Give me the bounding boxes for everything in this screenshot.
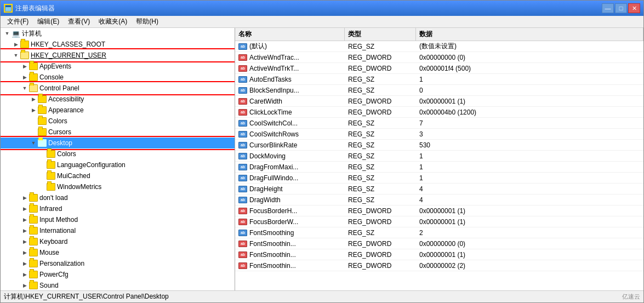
table-row[interactable]: ab (默认) REG_SZ (数值未设置): [235, 41, 643, 52]
table-row[interactable]: ab CaretWidth REG_DWORD 0x00000001 (1): [235, 96, 643, 107]
expand-icon-mouse[interactable]: ▶: [20, 248, 29, 257]
close-button[interactable]: ✕: [628, 3, 640, 13]
table-row[interactable]: ab FontSmoothing REG_SZ 2: [235, 227, 643, 238]
col-header-data[interactable]: 数据: [416, 28, 643, 41]
tree-item-accessibility[interactable]: ▶ Accessibility: [1, 94, 235, 105]
tree-label-colors-cp: Colors: [48, 117, 67, 125]
cell-type: REG_DWORD: [345, 98, 416, 105]
menu-file[interactable]: 文件(F): [3, 16, 33, 27]
expand-icon-international[interactable]: ▶: [20, 226, 29, 235]
tree-item-langconfig[interactable]: LanguageConfiguration: [1, 159, 235, 170]
table-row[interactable]: ab FontSmoothin... REG_DWORD 0x00000002 …: [235, 260, 643, 271]
tree-item-sound[interactable]: ▶ Sound: [1, 280, 235, 290]
tree-item-international[interactable]: ▶ International: [1, 225, 235, 236]
expand-icon-dontload[interactable]: ▶: [20, 193, 29, 202]
cell-name: ab DragFullWindo...: [235, 174, 345, 182]
tree-item-personalization[interactable]: ▶ Personalization: [1, 258, 235, 269]
tree-item-windowmetrics[interactable]: WindowMetrics: [1, 181, 235, 192]
cell-name: ab DragHeight: [235, 185, 345, 193]
expand-icon-keyboard[interactable]: ▶: [20, 237, 29, 246]
expand-icon-sound[interactable]: ▶: [20, 281, 29, 290]
cell-data: 1: [416, 76, 643, 83]
menu-help[interactable]: 帮助(H): [132, 16, 163, 27]
tree-item-hkcu[interactable]: ▼ HKEY_CURRENT_USER: [1, 50, 235, 61]
folder-icon-cursors: [38, 128, 47, 136]
cell-data: 4: [416, 185, 643, 193]
table-row[interactable]: ab BlockSendInpu... REG_SZ 0: [235, 85, 643, 96]
table-row[interactable]: ab FocusBorderW... REG_DWORD 0x00000001 …: [235, 216, 643, 227]
sz-icon: ab: [238, 197, 247, 203]
minimize-button[interactable]: —: [602, 3, 614, 13]
table-row[interactable]: ab AutoEndTasks REG_SZ 1: [235, 74, 643, 85]
tree-item-controlpanel[interactable]: ▼ Control Panel: [1, 83, 235, 94]
expand-icon-personalization[interactable]: ▶: [20, 259, 29, 268]
cell-name: ab CursorBlinkRate: [235, 141, 345, 149]
dword-icon: ab: [238, 208, 247, 214]
sz-icon: ab: [238, 120, 247, 127]
expand-icon-computer[interactable]: ▼: [3, 29, 12, 38]
expand-icon-infrared[interactable]: ▶: [20, 204, 29, 213]
expand-icon-console[interactable]: ▶: [20, 73, 29, 82]
table-row[interactable]: ab DragHeight REG_SZ 4: [235, 184, 643, 195]
tree-item-console[interactable]: ▶ Console: [1, 72, 235, 83]
tree-item-appevents[interactable]: ▶ AppEvents: [1, 61, 235, 72]
expand-icon-inputmethod[interactable]: ▶: [20, 215, 29, 224]
tree-item-hkcr[interactable]: ▶ HKEY_CLASSES_ROOT: [1, 39, 235, 50]
menu-view[interactable]: 查看(V): [64, 16, 94, 27]
col-header-type[interactable]: 类型: [345, 28, 416, 41]
tree-item-computer[interactable]: ▼ 💻 计算机: [1, 28, 235, 39]
tree-item-keyboard[interactable]: ▶ Keyboard: [1, 236, 235, 247]
title-bar: 注册表编辑器 — □ ✕: [1, 1, 643, 16]
folder-icon-inputmethod: [29, 216, 38, 224]
table-row[interactable]: ab FontSmoothin... REG_DWORD 0x00000000 …: [235, 238, 643, 249]
expand-icon-appevents[interactable]: ▶: [20, 62, 29, 71]
col-header-name[interactable]: 名称: [235, 28, 345, 41]
sz-icon: ab: [238, 87, 247, 94]
sz-icon: ab: [238, 153, 247, 159]
tree-item-desktop[interactable]: ▼ Desktop: [1, 138, 235, 148]
expand-icon-desktop[interactable]: ▼: [29, 139, 38, 147]
menu-favorites[interactable]: 收藏夹(A): [94, 16, 132, 27]
table-row[interactable]: ab CursorBlinkRate REG_SZ 530: [235, 140, 643, 151]
expand-icon-hkcr[interactable]: ▶: [12, 40, 20, 49]
expand-icon-hkcu[interactable]: ▼: [12, 51, 20, 60]
tree-item-mouse[interactable]: ▶ Mouse: [1, 247, 235, 258]
table-row[interactable]: ab ClickLockTime REG_DWORD 0x000004b0 (1…: [235, 107, 643, 118]
table-row[interactable]: ab DragFullWindo... REG_SZ 1: [235, 173, 643, 184]
tree-item-colors-cp[interactable]: Colors: [1, 116, 235, 127]
menu-edit[interactable]: 编辑(E): [33, 16, 64, 27]
tree-panel[interactable]: ▼ 💻 计算机 ▶ HKEY_CLASSES_ROOT ▼ HKEY_CURRE…: [1, 28, 235, 290]
expand-icon-accessibility[interactable]: ▶: [29, 95, 38, 104]
tree-item-appearance[interactable]: ▶ Appearance: [1, 105, 235, 116]
tree-item-muicached[interactable]: MuiCached: [1, 170, 235, 181]
sz-icon: ab: [238, 43, 247, 50]
tree-item-powercfg[interactable]: ▶ PowerCfg: [1, 269, 235, 280]
table-row[interactable]: ab DockMoving REG_SZ 1: [235, 151, 643, 162]
tree-label-desktop: Desktop: [48, 139, 72, 147]
tree-item-infrared[interactable]: ▶ Infrared: [1, 203, 235, 214]
cell-type: REG_DWORD: [345, 240, 416, 248]
cell-type: REG_DWORD: [345, 251, 416, 259]
cell-name: ab ActiveWndTrkT...: [235, 65, 345, 72]
expand-icon-powercfg[interactable]: ▶: [20, 270, 29, 279]
cell-data: 1: [416, 152, 643, 160]
table-row[interactable]: ab FontSmoothin... REG_DWORD 0x00000001 …: [235, 249, 643, 260]
table-row[interactable]: ab CoolSwitchRows REG_SZ 3: [235, 129, 643, 140]
table-row[interactable]: ab CoolSwitchCol... REG_SZ 7: [235, 118, 643, 129]
table-row[interactable]: ab DragFromMaxi... REG_SZ 1: [235, 162, 643, 173]
tree-item-inputmethod[interactable]: ▶ Input Method: [1, 214, 235, 225]
table-row[interactable]: ab DragWidth REG_SZ 4: [235, 195, 643, 205]
expand-icon-appearance[interactable]: ▶: [29, 106, 38, 115]
dword-icon: ab: [238, 54, 247, 61]
table-row[interactable]: ab FocusBorderH... REG_DWORD 0x00000001 …: [235, 205, 643, 216]
maximize-button[interactable]: □: [615, 3, 627, 13]
tree-item-desktop-colors[interactable]: Colors: [1, 148, 235, 159]
table-row[interactable]: ab ActiveWndTrac... REG_DWORD 0x00000000…: [235, 52, 643, 63]
folder-icon-mouse: [29, 249, 38, 256]
expand-icon-controlpanel[interactable]: ▼: [20, 84, 29, 93]
table-row[interactable]: ab ActiveWndTrkT... REG_DWORD 0x000001f4…: [235, 63, 643, 74]
folder-icon-muicached: [47, 172, 55, 180]
tree-item-cursors[interactable]: Cursors: [1, 127, 235, 138]
sz-icon: ab: [238, 142, 247, 148]
tree-item-dontload[interactable]: ▶ don't load: [1, 192, 235, 203]
